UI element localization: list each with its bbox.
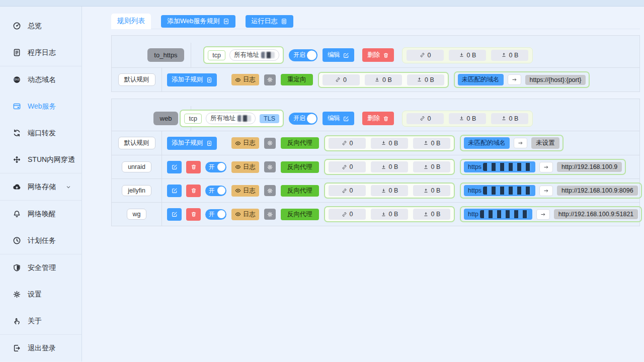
add-web-rule-label: 添加Web服务规则 xyxy=(167,17,220,26)
edit-button[interactable] xyxy=(167,185,182,197)
log-badge[interactable]: 日志 xyxy=(231,161,259,173)
arrow-right-icon xyxy=(518,140,523,146)
route-from-badge: https xyxy=(464,161,535,172)
download-stat: 0 B xyxy=(449,50,486,61)
sidebar-item-about[interactable]: 关于 xyxy=(0,308,82,334)
sidebar-item-scheduled-tasks[interactable]: 计划任务 xyxy=(0,227,82,254)
tab-bar: 规则列表 添加Web服务规则 运行日志 xyxy=(111,14,640,29)
sidebar-item-label: 关于 xyxy=(28,317,42,326)
connections-icon xyxy=(342,188,347,194)
traffic-stats: 0 0 B 0 B xyxy=(402,111,533,127)
enable-toggle[interactable]: 开 xyxy=(205,209,226,220)
upload-stat: 0 B xyxy=(413,209,450,220)
route-arrow xyxy=(536,209,550,220)
route-mapping: http http://192.168.100.9:51821 xyxy=(460,206,642,222)
gear-icon xyxy=(267,76,273,83)
traffic-stats: 0 0 B 0 B xyxy=(402,47,533,63)
listen-address-tag: 所有地址 xyxy=(229,49,279,61)
trash-icon xyxy=(383,116,389,122)
sidebar-item-label: Web服务 xyxy=(28,102,56,111)
delete-button[interactable]: 删除 xyxy=(362,112,394,125)
route-to-badge: https://{host}:{port} xyxy=(525,75,586,85)
about-icon xyxy=(13,317,21,325)
sidebar-item-program-log[interactable]: 程序日志 xyxy=(0,39,82,66)
connections-icon xyxy=(420,52,425,58)
download-stat: 0 B xyxy=(371,209,408,220)
listen-config-box[interactable]: tcp 所有地址 TLS xyxy=(180,110,284,127)
enable-toggle[interactable]: 开 xyxy=(205,162,226,172)
sidebar-item-label: 总览 xyxy=(28,22,42,31)
chevron-down-icon xyxy=(65,184,71,190)
sidebar-item-network-storage[interactable]: 网络存储 xyxy=(0,173,82,200)
delete-button[interactable] xyxy=(186,161,201,173)
delete-button[interactable]: 删除 xyxy=(362,48,394,62)
edit-button[interactable] xyxy=(167,208,182,221)
sidebar-item-logout[interactable]: 退出登录 xyxy=(0,335,82,361)
rule-settings-badge[interactable] xyxy=(264,161,276,172)
connections-icon xyxy=(342,140,347,146)
log-badge[interactable]: 日志 xyxy=(231,185,259,197)
edit-button[interactable] xyxy=(167,161,182,173)
rule-settings-badge[interactable] xyxy=(264,138,276,149)
listen-config-box[interactable]: tcp 所有地址 xyxy=(203,46,284,64)
arrow-right-icon xyxy=(543,164,549,170)
delete-button[interactable] xyxy=(186,208,201,221)
download-icon xyxy=(381,212,386,217)
edit-button[interactable]: 编辑 xyxy=(323,48,354,62)
add-sub-rule-button[interactable]: 添加子规则 xyxy=(167,73,217,86)
sidebar-item-settings[interactable]: 设置 xyxy=(0,281,82,308)
rule-name-cell: 默认规则 xyxy=(112,131,162,155)
enable-toggle[interactable]: 开 xyxy=(205,186,226,196)
redacted-domain xyxy=(483,187,531,195)
rule-action-badge: 重定向 xyxy=(281,74,313,85)
listen-cell: tcp 所有地址 TLS xyxy=(196,110,284,127)
enable-toggle[interactable]: 开启 xyxy=(289,49,317,61)
run-log-button[interactable]: 运行日志 xyxy=(246,15,293,28)
program-log-icon xyxy=(13,48,21,57)
sidebar-item-wake-on-lan[interactable]: 网络唤醒 xyxy=(0,201,82,227)
sidebar-item-dynamic-dns[interactable]: 动态域名 xyxy=(0,66,82,93)
sidebar-item-label: 退出登录 xyxy=(28,344,56,353)
sidebar-item-label: 程序日志 xyxy=(28,48,56,57)
sidebar-item-security[interactable]: 安全管理 xyxy=(0,254,82,281)
upload-stat: 0 B xyxy=(413,185,450,196)
sidebar-item-web-service[interactable]: Web服务 xyxy=(0,93,82,120)
connections-icon xyxy=(342,164,347,170)
log-badge[interactable]: 日志 xyxy=(231,74,259,85)
rule-settings-badge[interactable] xyxy=(264,74,276,85)
rule-sub-row: wg 开 日志 反向代理 xyxy=(112,202,639,226)
route-to-badge: http://192.168.100.9 xyxy=(557,162,622,172)
trash-icon xyxy=(191,164,197,170)
rule-settings-badge[interactable] xyxy=(264,209,276,220)
rule-name-tag: to_https xyxy=(147,48,184,62)
rule-name-cell: to_https xyxy=(141,43,191,67)
download-stat: 0 B xyxy=(371,138,408,149)
arrow-right-icon xyxy=(512,77,517,82)
sidebar-item-stun[interactable]: STUN内网穿透 xyxy=(0,146,82,173)
delete-button[interactable] xyxy=(186,185,201,197)
route-mapping: https http://192.168.100.9 xyxy=(460,159,626,175)
document-icon xyxy=(281,18,287,25)
tls-badge: TLS xyxy=(260,114,279,123)
toggle-knob xyxy=(217,187,225,195)
connections-stat: 0 xyxy=(329,209,366,220)
connections-stat: 0 xyxy=(329,138,366,149)
download-stat: 0 B xyxy=(449,113,486,124)
route-arrow xyxy=(514,138,527,148)
add-sub-rule-button[interactable]: 添加子规则 xyxy=(167,137,217,150)
port-forward-icon xyxy=(13,129,21,137)
edit-button[interactable]: 编辑 xyxy=(323,112,354,125)
add-web-rule-button[interactable]: 添加Web服务规则 xyxy=(161,15,235,28)
edit-icon xyxy=(172,211,178,217)
row-controls: 开 xyxy=(167,185,226,197)
download-stat: 0 B xyxy=(371,185,408,196)
rule-settings-badge[interactable] xyxy=(264,185,276,196)
sidebar-item-overview[interactable]: 总览 xyxy=(0,13,82,39)
sidebar-item-port-forward[interactable]: 端口转发 xyxy=(0,120,82,146)
log-badge[interactable]: 日志 xyxy=(231,137,259,149)
enable-toggle[interactable]: 开启 xyxy=(289,113,317,125)
upload-icon xyxy=(417,77,422,82)
log-badge[interactable]: 日志 xyxy=(231,209,259,220)
tab-rule-list[interactable]: 规则列表 xyxy=(111,14,151,29)
connections-stat: 0 xyxy=(407,50,444,61)
